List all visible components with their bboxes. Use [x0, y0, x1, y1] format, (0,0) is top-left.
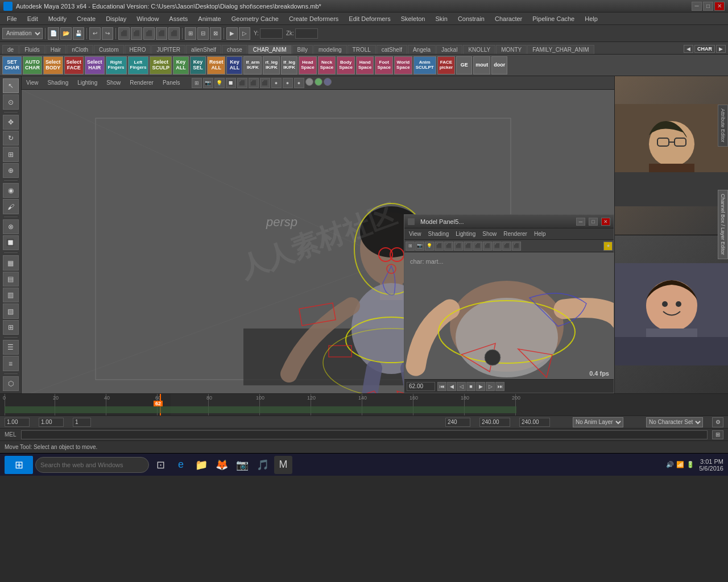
shelf-tab-chase[interactable]: chase [222, 45, 247, 54]
sub-panel-close[interactable]: ✕ [601, 218, 610, 226]
render-btn[interactable]: ⬡ [3, 376, 19, 391]
char-btn-key-sel[interactable]: KeySEL [190, 56, 206, 74]
maximize-button[interactable]: □ [703, 2, 713, 11]
sp-tb-9[interactable]: ⬛ [483, 242, 492, 251]
lasso-tool-btn[interactable]: ⊙ [3, 94, 19, 109]
sp-tb-1[interactable]: ⊞ [406, 242, 415, 251]
menu-pipeline-cache[interactable]: Pipeline Cache [528, 14, 579, 23]
vt-icon-sphere-3[interactable] [324, 78, 332, 86]
sp-tb-8[interactable]: ⬛ [473, 242, 482, 251]
char-btn-select-sculp[interactable]: SelectSCULP [150, 56, 172, 74]
menu-modify[interactable]: Modify [44, 14, 71, 23]
shelf-tab-hero[interactable]: HERO [125, 45, 151, 54]
status-field-1[interactable] [5, 418, 30, 427]
attribute-editor-tab[interactable]: Attribute Editor [718, 105, 728, 147]
sub-panel-maximize[interactable]: □ [589, 218, 598, 226]
menu-geometry-cache[interactable]: Geometry Cache [227, 14, 283, 23]
vt-renderer[interactable]: Renderer [127, 78, 156, 87]
sp-tb-5[interactable]: ⬛ [444, 242, 453, 251]
toolbar-btn-5[interactable]: ⬛ [168, 27, 180, 40]
status-field-2[interactable] [39, 418, 64, 427]
layout-btn-3[interactable]: ▥ [3, 288, 19, 302]
char-btn-left-fingers[interactable]: LeftFingers [128, 56, 149, 74]
scale-tool-btn[interactable]: ⊞ [3, 147, 19, 161]
char-btn-select-face[interactable]: SelectFACE [64, 56, 84, 74]
layout-btn-2[interactable]: ▤ [3, 272, 19, 286]
shelf-tab-hair[interactable]: Hair [46, 45, 66, 54]
sp-renderer[interactable]: Renderer [501, 230, 530, 238]
toolbar-btn-open[interactable]: 📂 [60, 27, 72, 40]
taskbar-icon-explorer[interactable]: 📁 [192, 456, 210, 474]
char-btn-face-picker[interactable]: FACEpicker [437, 56, 456, 74]
sp-tb-2[interactable]: 📷 [415, 242, 424, 251]
char-btn-world-space[interactable]: WorldSpace [394, 56, 412, 74]
toolbar-btn-3[interactable]: ⬛ [143, 27, 155, 40]
char-btn-right-fingers[interactable]: RightFingers [106, 56, 127, 74]
menu-assets[interactable]: Assets [164, 14, 192, 23]
char-btn-select-body[interactable]: SelectBODY [43, 56, 63, 74]
taskbar-icon-ie[interactable]: e [172, 456, 190, 474]
char-btn-lf-leg[interactable]: lf_legIK/FK [281, 56, 297, 74]
status-right-btn[interactable]: ⚙ [712, 417, 723, 427]
vt-show[interactable]: Show [104, 78, 123, 87]
vt-icon-6[interactable]: ⬛ [249, 78, 259, 88]
char-btn-foot-space[interactable]: FootSpace [375, 56, 393, 74]
toolbar-btn-redo[interactable]: ↪ [102, 27, 113, 40]
menu-create-deformers[interactable]: Create Deformers [284, 14, 343, 23]
taskbar-icon-misc-2[interactable]: 🎵 [254, 456, 272, 474]
shelf-tab-alienshelf[interactable]: alienShelf [186, 45, 221, 54]
shelf-tab-monty[interactable]: MONTY [496, 45, 527, 54]
char-btn-ge[interactable]: GE [456, 56, 472, 74]
toolbar-btn-snap2[interactable]: ⊟ [197, 27, 209, 40]
vt-icon-5[interactable]: ⬛ [237, 78, 247, 88]
sp-next-frame-btn[interactable]: ▷ [486, 382, 495, 391]
sp-show[interactable]: Show [480, 230, 499, 238]
select-tool-btn[interactable]: ↖ [3, 78, 19, 93]
char-btn-reset-all[interactable]: ResetALL [207, 56, 226, 74]
outliner-btn[interactable]: ≡ [3, 356, 19, 371]
shelf-tab-angela[interactable]: Angela [408, 45, 436, 54]
toolbar-btn-render[interactable]: ▶ [226, 27, 238, 40]
vt-icon-sphere-2[interactable] [315, 78, 322, 86]
char-btn-key-all-2[interactable]: KeyALL [226, 56, 242, 74]
move-tool-btn[interactable]: ✥ [3, 115, 19, 130]
status-field-3[interactable] [73, 418, 91, 427]
menu-edit[interactable]: Edit [23, 14, 43, 23]
rotate-tool-btn[interactable]: ↻ [3, 131, 19, 146]
start-button[interactable]: ⊞ [5, 456, 33, 474]
menu-edit-deformers[interactable]: Edit Deformers [344, 14, 395, 23]
menu-animate[interactable]: Animate [193, 14, 225, 23]
menu-display[interactable]: Display [101, 14, 131, 23]
vt-icon-4[interactable]: 🔲 [226, 78, 236, 88]
menu-skin[interactable]: Skin [431, 14, 452, 23]
shelf-tab-custom[interactable]: Custom [94, 45, 123, 54]
sp-lighting[interactable]: Lighting [453, 230, 478, 238]
menu-constrain[interactable]: Constrain [453, 14, 489, 23]
show-manip-btn[interactable]: ⊗ [3, 219, 19, 234]
sp-view[interactable]: View [407, 230, 424, 238]
toolbar-btn-1[interactable]: ⬛ [118, 27, 130, 40]
layout-btn-1[interactable]: ▦ [3, 255, 19, 270]
char-btn-if-arm[interactable]: If_armIK/FK [243, 56, 262, 74]
char-btn-key-all[interactable]: KeyALL [173, 56, 189, 74]
vt-icon-9[interactable]: ● [283, 78, 293, 88]
taskbar-icon-firefox[interactable]: 🦊 [213, 456, 231, 474]
mode-select[interactable]: Animation [2, 28, 43, 39]
soft-mod-btn[interactable]: ◉ [3, 183, 19, 198]
taskbar-icon-maya[interactable]: M [274, 456, 292, 474]
vt-icon-1[interactable]: ⊞ [192, 78, 202, 88]
char-btn-mout[interactable]: mout [473, 56, 490, 74]
char-btn-select-hair[interactable]: SelectHAIR [85, 56, 105, 74]
input-line-btn[interactable]: ☰ [3, 340, 19, 355]
char-prev-btn[interactable]: ◀ [684, 45, 693, 53]
shelf-tab-family-char[interactable]: FAMILY_CHAR_ANIM [527, 45, 594, 54]
vt-shading[interactable]: Shading [46, 78, 71, 87]
sp-tb-yellow[interactable]: ★ [603, 242, 613, 251]
shelf-tab-troll[interactable]: TROLL [348, 45, 376, 54]
toolbar-btn-snap3[interactable]: ⊠ [210, 27, 221, 40]
snap-btn[interactable]: 🔲 [3, 235, 19, 250]
sp-shading[interactable]: Shading [426, 230, 452, 238]
shelf-tab-jupiter[interactable]: JUPITER [151, 45, 185, 54]
sp-play-back-btn[interactable]: ◀ [447, 382, 456, 391]
toolbar-btn-undo[interactable]: ↩ [89, 27, 101, 40]
